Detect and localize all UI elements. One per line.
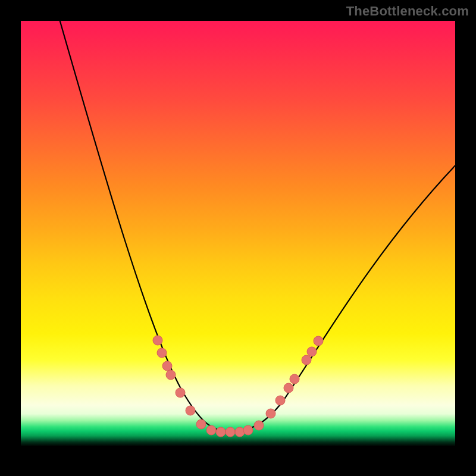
curve-dot bbox=[290, 374, 299, 384]
chart-svg bbox=[21, 21, 455, 455]
bottleneck-curve bbox=[57, 21, 455, 431]
curve-dot bbox=[186, 406, 195, 415]
curve-dot bbox=[153, 336, 162, 345]
curve-dot bbox=[157, 348, 167, 358]
curve-dots bbox=[153, 336, 323, 437]
curve-dot bbox=[243, 425, 253, 435]
watermark-text: TheBottleneck.com bbox=[346, 4, 469, 19]
curve-dot bbox=[162, 361, 172, 371]
chart-frame: TheBottleneck.com bbox=[0, 0, 476, 476]
curve-dot bbox=[314, 336, 323, 346]
curve-dot bbox=[307, 347, 317, 356]
curve-dot bbox=[176, 388, 185, 397]
curve-dot bbox=[166, 370, 176, 380]
curve-dot bbox=[275, 396, 285, 405]
curve-dot bbox=[235, 427, 245, 437]
curve-dot bbox=[254, 421, 264, 430]
curve-dot bbox=[266, 409, 275, 418]
curve-dot bbox=[206, 425, 216, 435]
curve-dot bbox=[284, 383, 293, 393]
curve-dot bbox=[226, 427, 235, 437]
curve-dot bbox=[302, 355, 311, 365]
curve-dot bbox=[216, 427, 226, 437]
plot-area bbox=[21, 21, 455, 455]
curve-dot bbox=[196, 419, 206, 429]
